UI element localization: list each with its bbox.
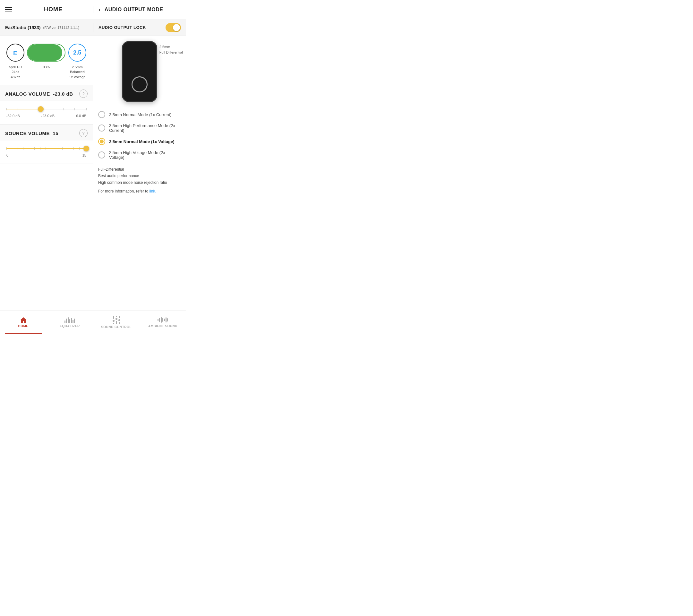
svg-marker-0 bbox=[21, 317, 26, 323]
source-volume-header: SOURCE VOLUME 15 ? bbox=[0, 124, 93, 141]
audio-lock-bar: AUDIO OUTPUT LOCK bbox=[93, 23, 186, 32]
analog-slider-labels: -52.0 dB -23.0 dB 6.0 dB bbox=[6, 114, 86, 118]
radio-label-4: 2.5mm High Voltage Mode (2x Voltage) bbox=[109, 150, 181, 160]
analog-volume-title: ANALOG VOLUME -23.0 dB bbox=[5, 91, 73, 97]
radio-option-3[interactable]: 2.5mm Normal Mode (1x Voltage) bbox=[98, 138, 181, 145]
bluetooth-status: ⧈ aptX HD 24bit 48khz bbox=[6, 44, 24, 80]
lock-label: AUDIO OUTPUT LOCK bbox=[99, 25, 146, 30]
radio-circle-1 bbox=[98, 111, 105, 118]
source-slider-thumb bbox=[83, 146, 89, 152]
radio-label-1: 3.5mm Normal Mode (1x Current) bbox=[109, 112, 171, 117]
device-image bbox=[122, 41, 157, 102]
radio-circle-4 bbox=[98, 152, 105, 158]
radio-circle-2 bbox=[98, 124, 105, 132]
toggle-thumb bbox=[173, 24, 180, 31]
info-text: Full-Differential Best audio performance… bbox=[98, 166, 181, 186]
left-panel: ⧈ aptX HD 24bit 48khz 93% 2.5 bbox=[0, 36, 93, 317]
status-row: ⧈ aptX HD 24bit 48khz 93% 2.5 bbox=[0, 36, 93, 85]
source-volume-slider-area: 0 15 bbox=[0, 141, 93, 164]
sound-control-icon bbox=[113, 316, 120, 324]
bluetooth-circle: ⧈ bbox=[6, 44, 24, 62]
device-name: EarStudio (1933) bbox=[5, 25, 40, 30]
battery-pill bbox=[27, 44, 65, 62]
bluetooth-icon: ⧈ bbox=[13, 48, 18, 57]
audio-lock-toggle[interactable] bbox=[165, 23, 181, 32]
analog-slider-track bbox=[6, 109, 86, 110]
left-header-section: HOME bbox=[0, 6, 93, 13]
toggle-track bbox=[165, 23, 181, 32]
top-header: HOME ‹ AUDIO OUTPUT MODE bbox=[0, 0, 186, 19]
audio-output-mode-title: AUDIO OUTPUT MODE bbox=[104, 7, 163, 13]
nav-sound-control[interactable]: SOUND CONTROL bbox=[93, 311, 140, 334]
radio-label-3: 2.5mm Normal Mode (1x Voltage) bbox=[109, 139, 174, 144]
source-min-label: 0 bbox=[6, 153, 8, 157]
source-volume-slider[interactable] bbox=[6, 144, 86, 153]
radio-options: 3.5mm Normal Mode (1x Current) 3.5mm Hig… bbox=[98, 111, 181, 160]
bottom-nav: HOME EQUALIZER bbox=[0, 311, 186, 334]
back-button[interactable]: ‹ bbox=[99, 6, 101, 13]
output-value: 2.5 bbox=[73, 49, 81, 56]
info-link-line: For more information, refer to link. bbox=[98, 189, 181, 194]
analog-max-label: 6.0 dB bbox=[76, 114, 86, 118]
analog-volume-slider-area: -52.0 dB -23.0 dB 6.0 dB bbox=[0, 101, 93, 124]
output-circle: 2.5 bbox=[68, 44, 86, 62]
analog-volume-help[interactable]: ? bbox=[79, 90, 87, 98]
source-volume-help[interactable]: ? bbox=[79, 129, 87, 137]
analog-volume-slider[interactable] bbox=[6, 104, 86, 114]
nav-ambient-sound[interactable]: AMBIENT SOUND bbox=[140, 311, 186, 334]
nav-sound-control-label: SOUND CONTROL bbox=[101, 325, 132, 329]
radio-dot-3 bbox=[100, 140, 104, 143]
analog-volume-section: ANALOG VOLUME -23.0 dB ? bbox=[0, 85, 93, 124]
nav-home[interactable]: HOME bbox=[0, 311, 46, 334]
analog-volume-header: ANALOG VOLUME -23.0 dB ? bbox=[0, 85, 93, 101]
device-info: EarStudio (1933) (F/W ver.171112 1.1.1) bbox=[0, 25, 93, 30]
analog-min-label: -52.0 dB bbox=[6, 114, 20, 118]
port-label: 2.5mm Full Differential bbox=[159, 44, 183, 55]
equalizer-icon bbox=[64, 317, 75, 323]
ambient-sound-icon bbox=[158, 317, 168, 323]
device-bar: EarStudio (1933) (F/W ver.171112 1.1.1) … bbox=[0, 19, 186, 36]
bluetooth-label: aptX HD 24bit 48khz bbox=[9, 65, 22, 80]
radio-option-4[interactable]: 2.5mm High Voltage Mode (2x Voltage) bbox=[98, 150, 181, 160]
nav-ambient-sound-label: AMBIENT SOUND bbox=[148, 324, 177, 328]
battery-status: 93% bbox=[27, 44, 65, 69]
device-ring bbox=[132, 76, 147, 93]
home-title: HOME bbox=[19, 6, 88, 13]
home-icon bbox=[20, 317, 27, 323]
device-image-container: 2.5mm Full Differential bbox=[98, 41, 181, 105]
source-slider-labels: 0 15 bbox=[6, 153, 86, 157]
source-slider-filled bbox=[6, 148, 86, 149]
firmware-version: (F/W ver.171112 1.1.1) bbox=[43, 26, 79, 29]
nav-equalizer[interactable]: EQUALIZER bbox=[46, 311, 93, 334]
radio-circle-3 bbox=[98, 138, 105, 145]
radio-label-2: 3.5mm High Performance Mode (2x Current) bbox=[109, 123, 181, 133]
output-label: 2.5mm Balanced 1x Voltage bbox=[69, 65, 85, 80]
main-content: ⧈ aptX HD 24bit 48khz 93% 2.5 bbox=[0, 36, 186, 317]
nav-home-label: HOME bbox=[18, 324, 28, 328]
source-volume-title: SOURCE VOLUME 15 bbox=[5, 131, 58, 136]
source-volume-section: SOURCE VOLUME 15 ? bbox=[0, 124, 93, 164]
info-link[interactable]: link. bbox=[149, 189, 156, 194]
analog-slider-filled bbox=[6, 109, 41, 110]
battery-label: 93% bbox=[43, 65, 50, 69]
battery-fill bbox=[27, 44, 62, 61]
output-status: 2.5 2.5mm Balanced 1x Voltage bbox=[68, 44, 86, 80]
radio-option-2[interactable]: 3.5mm High Performance Mode (2x Current) bbox=[98, 123, 181, 133]
analog-slider-thumb bbox=[38, 106, 44, 112]
analog-mid-label: -23.0 dB bbox=[41, 114, 55, 118]
radio-option-1[interactable]: 3.5mm Normal Mode (1x Current) bbox=[98, 111, 181, 118]
source-max-label: 15 bbox=[82, 153, 86, 157]
right-panel: 2.5mm Full Differential 3.5mm Normal Mod… bbox=[93, 36, 186, 317]
right-header-section: ‹ AUDIO OUTPUT MODE bbox=[93, 6, 186, 13]
nav-equalizer-label: EQUALIZER bbox=[60, 324, 80, 328]
source-slider-track bbox=[6, 148, 86, 149]
hamburger-menu[interactable] bbox=[5, 7, 12, 12]
